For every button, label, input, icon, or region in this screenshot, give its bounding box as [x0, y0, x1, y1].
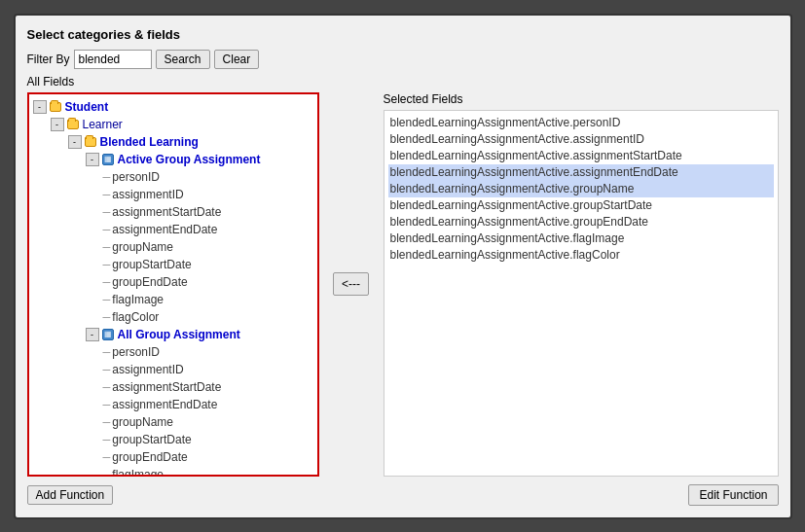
label-blended: Blended Learning	[100, 133, 199, 151]
tree-node-active-group[interactable]: - ▦ Active Group Assignment	[33, 151, 313, 168]
connector: ─	[103, 221, 111, 238]
selected-field-item[interactable]: blendedLearningAssignmentActive.assignme…	[388, 148, 774, 164]
list-item[interactable]: ─ assignmentID	[33, 186, 313, 203]
field-label: assignmentStartDate	[112, 203, 221, 221]
list-item[interactable]: ─ assignmentEndDate	[33, 396, 313, 413]
filter-row: Filter By Search Clear	[27, 50, 779, 69]
connector: ─	[103, 413, 111, 431]
field-label: groupEndDate	[112, 273, 187, 291]
middle-panel: <---	[327, 92, 376, 477]
list-item[interactable]: ─ flagImage	[33, 466, 313, 477]
list-item[interactable]: ─ groupStartDate	[33, 431, 313, 448]
connector: ─	[103, 396, 111, 413]
field-label: assignmentEndDate	[112, 396, 217, 413]
list-item[interactable]: ─ groupName	[33, 413, 313, 431]
label-student: Student	[65, 98, 109, 116]
add-function-button[interactable]: Add Function	[27, 485, 114, 505]
connector: ─	[103, 343, 111, 361]
tree-node-all-group[interactable]: - ▦ All Group Assignment	[33, 326, 313, 343]
connector: ─	[103, 431, 111, 448]
connector: ─	[103, 273, 111, 291]
field-label: assignmentStartDate	[112, 378, 221, 396]
edit-function-button[interactable]: Edit Function	[688, 484, 778, 506]
label-active-group: Active Group Assignment	[118, 151, 261, 168]
db-icon-active-group: ▦	[101, 153, 115, 166]
selected-field-item[interactable]: blendedLearningAssignmentActive.flagImag…	[388, 231, 774, 247]
folder-icon-learner	[66, 118, 80, 131]
bottom-bar: Add Function Edit Function	[27, 484, 779, 506]
connector: ─	[103, 256, 111, 273]
connector: ─	[103, 168, 111, 186]
field-label: groupName	[112, 413, 173, 431]
tree-node-learner[interactable]: - Learner	[33, 116, 313, 133]
list-item[interactable]: ─ assignmentID	[33, 361, 313, 378]
all-fields-label: All Fields	[27, 75, 779, 89]
toggle-learner[interactable]: -	[51, 118, 64, 131]
field-label: personID	[112, 168, 160, 186]
filter-label: Filter By	[27, 53, 70, 66]
list-item[interactable]: ─ personID	[33, 343, 313, 361]
connector: ─	[103, 466, 111, 477]
main-content: - Student - Learner - Blended Learning	[27, 92, 779, 477]
toggle-all-group[interactable]: -	[86, 328, 99, 341]
list-item[interactable]: ─ flagColor	[33, 308, 313, 326]
connector: ─	[103, 378, 111, 396]
field-label: personID	[112, 343, 160, 361]
right-panel: Selected Fields blendedLearningAssignmen…	[384, 92, 779, 477]
clear-button[interactable]: Clear	[214, 50, 260, 69]
toggle-active-group[interactable]: -	[86, 153, 99, 166]
main-window: Select categories & fields Filter By Sea…	[14, 14, 792, 519]
list-item[interactable]: ─ personID	[33, 168, 313, 186]
list-item[interactable]: ─ groupEndDate	[33, 448, 313, 466]
connector: ─	[103, 291, 111, 308]
connector: ─	[103, 186, 111, 203]
field-label: groupEndDate	[112, 448, 187, 466]
field-label: flagColor	[112, 308, 159, 326]
field-label: flagImage	[112, 466, 164, 477]
selected-field-item[interactable]: blendedLearningAssignmentActive.groupEnd…	[388, 214, 774, 231]
field-label: assignmentID	[112, 361, 183, 378]
field-label: flagImage	[112, 291, 164, 308]
selected-field-item[interactable]: blendedLearningAssignmentActive.groupSta…	[388, 197, 774, 214]
list-item[interactable]: ─ groupName	[33, 238, 313, 256]
selected-field-item[interactable]: blendedLearningAssignmentActive.assignme…	[388, 131, 774, 148]
list-item[interactable]: ─ assignmentEndDate	[33, 221, 313, 238]
field-label: groupStartDate	[112, 256, 191, 273]
left-panel: - Student - Learner - Blended Learning	[27, 92, 319, 477]
connector: ─	[103, 203, 111, 221]
selected-field-item[interactable]: blendedLearningAssignmentActive.personID	[388, 115, 774, 131]
field-label: groupStartDate	[112, 431, 191, 448]
tree-container[interactable]: - Student - Learner - Blended Learning	[27, 92, 319, 477]
connector: ─	[103, 448, 111, 466]
db-icon-all-group: ▦	[101, 328, 115, 341]
field-label: assignmentID	[112, 186, 183, 203]
filter-input[interactable]	[74, 50, 152, 69]
selected-fields-list[interactable]: blendedLearningAssignmentActive.personID…	[384, 110, 779, 477]
toggle-student[interactable]: -	[33, 100, 47, 114]
list-item[interactable]: ─ flagImage	[33, 291, 313, 308]
selected-field-item[interactable]: blendedLearningAssignmentActive.assignme…	[388, 164, 774, 181]
selected-field-item[interactable]: blendedLearningAssignmentActive.flagColo…	[388, 247, 774, 264]
field-label: groupName	[112, 238, 173, 256]
tree-node-blended[interactable]: - Blended Learning	[33, 133, 313, 151]
list-item[interactable]: ─ assignmentStartDate	[33, 203, 313, 221]
selected-field-item[interactable]: blendedLearningAssignmentActive.groupNam…	[388, 181, 774, 197]
field-label: assignmentEndDate	[112, 221, 217, 238]
folder-icon-student	[49, 100, 62, 114]
list-item[interactable]: ─ assignmentStartDate	[33, 378, 313, 396]
connector: ─	[103, 308, 111, 326]
list-item[interactable]: ─ groupStartDate	[33, 256, 313, 273]
tree-node-student[interactable]: - Student	[33, 98, 313, 116]
label-learner: Learner	[83, 116, 123, 133]
selected-fields-label: Selected Fields	[384, 92, 779, 106]
folder-icon-blended	[84, 135, 97, 149]
move-left-button[interactable]: <---	[333, 272, 369, 296]
search-button[interactable]: Search	[156, 50, 210, 69]
toggle-blended[interactable]: -	[68, 135, 82, 149]
list-item[interactable]: ─ groupEndDate	[33, 273, 313, 291]
connector: ─	[103, 361, 111, 378]
page-title: Select categories & fields	[27, 27, 779, 42]
connector: ─	[103, 238, 111, 256]
label-all-group: All Group Assignment	[118, 326, 240, 343]
